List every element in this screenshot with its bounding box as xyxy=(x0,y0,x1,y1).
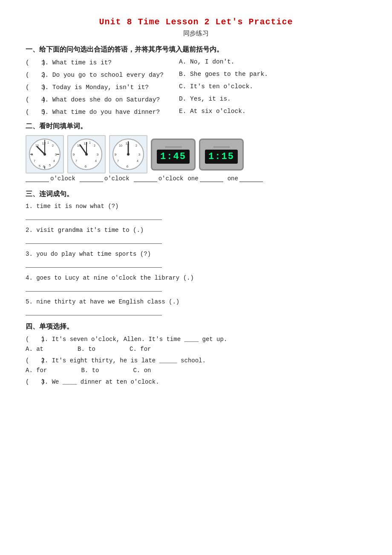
digital-display-2: 1:15 xyxy=(205,150,238,164)
oclock-2: o'clock xyxy=(104,175,130,182)
q1-body: What time is it? xyxy=(52,59,112,66)
svg-text:9: 9 xyxy=(31,153,33,156)
clock-svg-2: 12 6 9 3 2 10 7 4 1 xyxy=(69,137,104,171)
blank-3[interactable] xyxy=(134,175,157,182)
svg-text:3: 3 xyxy=(55,153,57,156)
s3-q1: 1. time it is now what (?) xyxy=(26,203,366,210)
mc-q3-text: We ____ dinner at ten o'clock. xyxy=(52,379,159,385)
svg-text:4: 4 xyxy=(53,159,55,162)
svg-text:3: 3 xyxy=(97,153,99,156)
one-prefix-2: one xyxy=(228,175,238,182)
svg-point-18 xyxy=(43,153,46,156)
page-subtitle: 同步练习 xyxy=(26,29,366,38)
s3-a2[interactable] xyxy=(26,236,162,244)
match-right-3: C. It's ten o'clock. xyxy=(179,83,366,90)
q4-body: What does she do on Saturday? xyxy=(52,96,160,103)
svg-text:12: 12 xyxy=(84,142,88,145)
q3-body: Today is Monday, isn't it? xyxy=(52,84,149,91)
match-left-4: ( ) 4. What does she do on Saturday? xyxy=(26,95,179,104)
section1-title: 一、给下面的问句选出合适的答语，并将其序号填入题前括号内。 xyxy=(26,45,366,54)
svg-text:7: 7 xyxy=(34,159,35,162)
mc-q2: ( ) 2. It's eight thirty, he is late ___… xyxy=(26,357,366,364)
mc-q2-opt-a[interactable]: A. for xyxy=(26,367,47,374)
oclock-3: o'clock xyxy=(159,175,184,182)
svg-point-43 xyxy=(127,153,130,156)
digital-clock-2: 1:15 xyxy=(199,139,244,171)
match-row-5: ( ) 5. What time do you have dinner? E. … xyxy=(26,108,366,116)
paren-5: ( ) xyxy=(26,108,37,116)
page-title: Unit 8 Time Lesson 2 Let's Practice xyxy=(26,17,366,27)
clock-svg-3: 12 6 9 3 2 10 7 4 xyxy=(111,137,145,171)
s3-a4[interactable] xyxy=(26,284,162,292)
blank-unit-1: o'clock xyxy=(26,175,75,182)
mc-q1-opt-a[interactable]: A. at xyxy=(26,346,43,353)
matching-questions: ( ) 1. What time is it? A. No, I don't. … xyxy=(26,58,366,116)
mc-section: ( ) 1. It's seven o'clock, Allen. It's t… xyxy=(26,335,366,386)
mc-q1: ( ) 1. It's seven o'clock, Allen. It's t… xyxy=(26,335,366,343)
fill-blanks-row: o'clock o'clock o'clock one one xyxy=(26,175,366,182)
blank-4[interactable] xyxy=(200,175,223,182)
svg-text:9: 9 xyxy=(115,153,117,156)
s3-a3[interactable] xyxy=(26,260,162,268)
svg-text:7: 7 xyxy=(117,159,119,162)
blank-5[interactable] xyxy=(239,175,263,182)
digital-top-detail-2 xyxy=(213,146,230,148)
q2-body: Do you go to school every day? xyxy=(52,72,164,78)
analog-clock-2: 12 6 9 3 2 10 7 4 1 xyxy=(67,135,106,173)
svg-text:4: 4 xyxy=(95,159,97,162)
mc-q2-opt-c[interactable]: C. on xyxy=(133,367,151,374)
digital-display-1: 1:45 xyxy=(157,150,190,164)
s3-a1[interactable] xyxy=(26,212,162,220)
one-prefix-1: one xyxy=(187,175,198,182)
svg-text:2: 2 xyxy=(94,144,95,147)
paren-2: ( ) xyxy=(26,71,37,79)
mc-q2-text: It's eight thirty, he is late _____ scho… xyxy=(52,357,206,364)
svg-text:6: 6 xyxy=(85,165,87,168)
analog-clock-1: 12 6 9 3 2 10 7 4 1 5 5 xyxy=(26,135,64,173)
digital-top-detail-1 xyxy=(165,146,182,148)
clock-svg-1: 12 6 9 3 2 10 7 4 1 5 5 xyxy=(28,137,62,171)
s3-q5: 5. nine thirty at have we English class … xyxy=(26,298,366,305)
mc-q2-num: 2. xyxy=(41,357,48,364)
svg-text:1: 1 xyxy=(47,141,49,144)
blank-1[interactable] xyxy=(26,175,49,182)
paren-3: ( ) xyxy=(26,83,37,91)
match-row-1: ( ) 1. What time is it? A. No, I don't. xyxy=(26,58,366,66)
svg-text:9: 9 xyxy=(73,153,75,156)
q5-num: 5. xyxy=(41,109,49,116)
q1-text: 1. xyxy=(41,59,49,66)
s3-q4: 4. goes to Lucy at nine o'clock the libr… xyxy=(26,275,366,281)
svg-text:5: 5 xyxy=(39,165,40,168)
svg-text:6: 6 xyxy=(43,165,45,168)
mc-q1-opt-c[interactable]: C. for xyxy=(130,346,151,353)
match-left-2: ( ) 2. Do you go to school every day? xyxy=(26,71,179,79)
mc-q1-num: 1. xyxy=(41,336,48,343)
match-left-1: ( ) 1. What time is it? xyxy=(26,58,179,66)
blank-2[interactable] xyxy=(80,175,103,182)
blank-unit-5: one xyxy=(228,175,263,182)
blank-unit-2: o'clock xyxy=(80,175,130,182)
sentence-section: 1. time it is now what (?) 2. visit gran… xyxy=(26,203,366,315)
s3-q3: 3. you do play what time sports (?) xyxy=(26,251,366,257)
match-left-3: ( ) 3. Today is Monday, isn't it? xyxy=(26,83,179,91)
q5-body: What time do you have dinner? xyxy=(52,109,160,116)
match-row-3: ( ) 3. Today is Monday, isn't it? C. It'… xyxy=(26,83,366,91)
match-right-1: A. No, I don't. xyxy=(179,58,366,65)
match-row-2: ( ) 2. Do you go to school every day? B.… xyxy=(26,71,366,79)
q4-num: 4. xyxy=(41,96,49,103)
paren-1: ( ) xyxy=(26,58,37,66)
mc-q1-opt-b[interactable]: B. to xyxy=(78,346,95,353)
svg-text:12: 12 xyxy=(42,142,46,145)
svg-text:2: 2 xyxy=(135,144,137,147)
svg-text:1: 1 xyxy=(89,141,91,144)
blank-unit-4: one xyxy=(187,175,223,182)
s3-a5[interactable] xyxy=(26,308,162,315)
svg-point-31 xyxy=(85,153,88,156)
blank-unit-3: o'clock xyxy=(134,175,184,182)
q3-num: 3. xyxy=(41,84,49,91)
svg-text:7: 7 xyxy=(75,159,77,162)
svg-text:12: 12 xyxy=(126,142,130,145)
mc-q2-opt-b[interactable]: B. to xyxy=(81,367,99,374)
analog-clock-3: 12 6 9 3 2 10 7 4 xyxy=(109,135,147,173)
mc-q1-text: It's seven o'clock, Allen. It's time ___… xyxy=(52,336,228,343)
